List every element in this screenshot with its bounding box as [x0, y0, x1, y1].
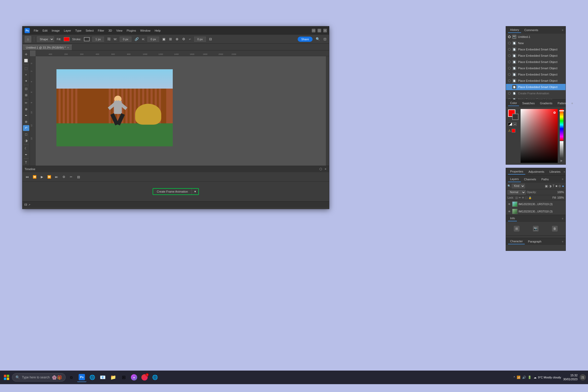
lasso-tool[interactable]: ⌖ [23, 72, 29, 78]
share-button[interactable]: Share [298, 37, 313, 42]
menu-select[interactable]: Select [84, 28, 96, 33]
tl-prev-frame[interactable]: ⏪ [32, 174, 37, 180]
tab-channels[interactable]: Channels [522, 177, 538, 182]
menu-3d[interactable]: 3D [107, 28, 114, 33]
tray-battery[interactable]: 🔋 [528, 376, 532, 379]
history-item-place-1[interactable]: 📄 Place Embedded Smart Object [506, 46, 566, 53]
history-item-place-4[interactable]: 📄 Place Embedded Smart Object [506, 65, 566, 71]
document-tab[interactable]: Untitled-1 @ 33.3% (RGB/8#) * × [22, 45, 72, 50]
create-frame-dropdown-arrow[interactable]: ▼ [192, 189, 198, 194]
taskbar-app-badge[interactable]: 2 [140, 373, 149, 382]
tl-settings[interactable]: ⚙ [61, 174, 66, 180]
menu-edit[interactable]: Edit [41, 28, 49, 33]
layer-visibility-toggle-2[interactable]: 👁 [508, 210, 511, 213]
lock-position-icon[interactable]: ✛ [522, 196, 524, 199]
taskbar-task-view[interactable]: ⧉ [67, 373, 76, 382]
lock-artboard-icon[interactable]: ⬚ [525, 196, 527, 199]
lock-transparent-icon[interactable]: ◫ [515, 196, 518, 199]
tab-close-icon[interactable]: × [67, 46, 69, 49]
background-color-swatch[interactable] [512, 114, 518, 120]
menu-file[interactable]: File [32, 28, 40, 33]
crop-tool[interactable]: ⊡ [23, 86, 29, 92]
info-action-2[interactable]: 📷 [533, 226, 539, 232]
search-icon[interactable]: 🔍 [315, 37, 320, 42]
filter-toggle-icon[interactable]: ● [562, 184, 564, 188]
timeline-expand-icon[interactable]: ⬡ [319, 167, 322, 171]
taskbar-search[interactable]: 🔍 Type here to search 🌸🎁 [12, 373, 66, 382]
frame-tool[interactable]: ⊞ [23, 92, 29, 98]
fill-color-swatch[interactable] [64, 37, 70, 41]
stroke-size-input[interactable] [92, 37, 104, 42]
taskbar-edge[interactable]: 🌐 [88, 373, 97, 382]
lock-all-icon[interactable]: 🔒 [528, 196, 532, 199]
spot-heal-tool[interactable]: ⊕ [23, 106, 29, 112]
notification-badge[interactable]: 21 [580, 374, 586, 381]
quick-select-tool[interactable]: ✦ [23, 78, 29, 84]
gear-icon[interactable]: ⚙ [182, 37, 186, 42]
clock-widget[interactable]: 15:32 30/01/2023 [563, 373, 578, 382]
move-tool[interactable]: ✛ [23, 51, 29, 57]
filter-adjust-icon[interactable]: ◑ [549, 184, 551, 188]
menu-image[interactable]: Image [50, 28, 62, 33]
color-panel-options-icon[interactable]: ≡ [572, 102, 573, 105]
tab-layers[interactable]: Layers [508, 176, 521, 182]
tab-adjustments[interactable]: Adjustments [526, 169, 546, 174]
menu-filter[interactable]: Filter [96, 28, 106, 33]
filter-smart-icon[interactable]: ⊙ [558, 184, 561, 188]
menu-layer[interactable]: Layer [62, 28, 73, 33]
lock-image-icon[interactable]: ✏ [519, 196, 521, 199]
tray-chevron[interactable]: ^ [514, 376, 515, 379]
tab-character[interactable]: Character [508, 239, 525, 244]
filter-kind-select[interactable]: Kind [512, 184, 525, 188]
default-colors-icon[interactable] [508, 123, 512, 126]
history-item-place-6[interactable]: 📄 Place Embedded Smart Object [506, 78, 566, 84]
tl-first-frame[interactable]: ⏮ [25, 174, 30, 180]
start-button[interactable] [2, 373, 11, 382]
tl-next-frame[interactable]: ⏩ [47, 174, 52, 180]
layer-item-1[interactable]: 👁 IMG20230130...URST019 (3) [506, 200, 566, 208]
taskbar-mail[interactable]: 📧 [98, 373, 107, 382]
timeline-close-icon[interactable]: × [324, 167, 327, 171]
tab-gradients[interactable]: Gradients [538, 101, 555, 106]
brush-tool[interactable]: ✒ [23, 113, 29, 119]
artboard-tool[interactable]: ⬜ [23, 58, 29, 64]
close-button[interactable]: × [323, 29, 327, 32]
eyedropper-tool[interactable]: ✏ [23, 100, 29, 106]
tab-swatches[interactable]: Swatches [520, 101, 537, 106]
tl-footer-icon-1[interactable]: 🎞 [25, 203, 27, 206]
tab-info[interactable]: Info [508, 216, 517, 221]
clone-tool[interactable]: ⊗ [23, 119, 29, 125]
character-options-icon[interactable]: ≡ [562, 240, 563, 243]
menu-type[interactable]: Type [73, 28, 83, 33]
taskbar-store[interactable]: ⊞ [119, 373, 128, 382]
maximize-button[interactable]: □ [318, 29, 321, 32]
tl-scissors[interactable]: ✂ [68, 174, 74, 180]
dodge-tool[interactable]: ☾ [23, 145, 29, 151]
taskbar-app-colored[interactable]: ● [129, 373, 139, 382]
filter-pixel-icon[interactable]: ▣ [545, 184, 548, 188]
filter-search-icon[interactable]: 🔍 [508, 185, 511, 187]
info-options-icon[interactable]: ≡ [562, 217, 563, 220]
color-gradient-picker[interactable] [521, 109, 558, 163]
tray-network[interactable]: 📶 [517, 376, 521, 379]
blend-mode-select[interactable]: Normal [508, 190, 526, 195]
minimize-button[interactable]: — [312, 29, 315, 32]
history-item-place-7-active[interactable]: 📄 Place Embedded Smart Object [506, 84, 566, 90]
tab-properties[interactable]: Properties [508, 169, 525, 175]
history-brush-tool[interactable]: ↶ [23, 125, 29, 131]
history-item-place-2[interactable]: 📄 Place Embedded Smart Object [506, 53, 566, 59]
width-input[interactable] [120, 37, 131, 42]
height-input[interactable] [147, 37, 159, 42]
properties-options-icon[interactable]: ≡ [564, 170, 565, 173]
gradient-tool[interactable]: ◑ [23, 137, 29, 143]
opacity-slider[interactable] [560, 141, 563, 158]
type-tool[interactable]: T [23, 159, 29, 165]
layer-item-2[interactable]: 👁 IMG20230130...URST018 (3) [506, 208, 566, 215]
radius-input[interactable] [194, 37, 206, 42]
home-button[interactable]: ⌂ [25, 36, 31, 43]
panel-expand-icon[interactable]: ≡ [562, 29, 563, 32]
tab-patterns[interactable]: Patterns [556, 101, 570, 106]
create-frame-animation-button[interactable]: Create Frame Animation ▼ [153, 188, 199, 195]
tab-paragraph[interactable]: Paragraph [526, 239, 543, 244]
history-item-make-frames[interactable]: 📄 Make Frames From Layers [506, 96, 566, 99]
